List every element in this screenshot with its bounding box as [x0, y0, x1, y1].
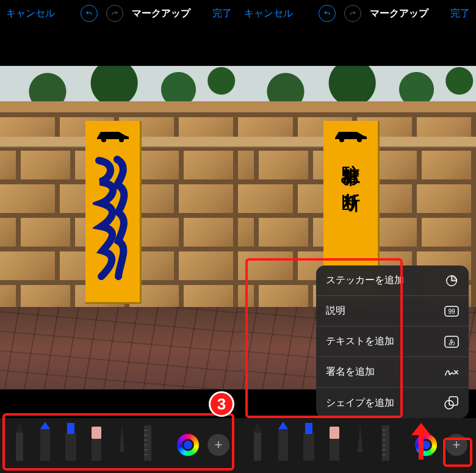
add-button[interactable]: +: [207, 434, 229, 456]
signature-icon: [444, 365, 459, 380]
highlighter-tool[interactable]: [60, 422, 82, 468]
svg-rect-24: [303, 433, 314, 461]
marker-tool[interactable]: [272, 422, 294, 468]
highlighter-tool[interactable]: [298, 422, 320, 468]
top-bar: キャンセル マークアップ 完了: [238, 0, 476, 27]
markup-toolbar: +: [0, 418, 238, 473]
menu-add-signature[interactable]: 署名を追加: [316, 357, 469, 388]
svg-rect-27: [330, 427, 339, 439]
pen-tool[interactable]: [247, 422, 269, 468]
car-icon: [95, 128, 131, 143]
svg-rect-2: [40, 429, 50, 461]
svg-rect-3: [65, 433, 76, 461]
svg-rect-28: [382, 425, 389, 461]
menu-description[interactable]: 説明 99: [316, 296, 469, 327]
annotation-step-badge: 3: [209, 391, 234, 417]
svg-rect-26: [330, 438, 339, 461]
menu-add-shape[interactable]: シェイプを追加: [316, 388, 469, 418]
sticker-icon: [444, 273, 459, 288]
top-bar: キャンセル マークアップ 完了: [0, 0, 238, 27]
eraser-tool[interactable]: [323, 422, 345, 468]
add-menu: ステッカーを追加 説明 99 テキストを追加 あ 署名を追加 シェイプを追加: [316, 265, 469, 418]
redo-icon: [106, 5, 123, 22]
menu-add-text[interactable]: テキストを追加 あ: [316, 327, 469, 357]
svg-rect-4: [67, 423, 74, 434]
done-button[interactable]: 完了: [450, 7, 470, 20]
svg-point-14: [339, 137, 344, 142]
left-screenshot: キャンセル マークアップ 完了: [0, 0, 238, 473]
svg-rect-7: [144, 425, 151, 461]
menu-item-label: 説明: [326, 305, 345, 317]
lasso-tool[interactable]: [111, 422, 133, 468]
svg-point-0: [101, 137, 106, 142]
pen-tool[interactable]: [9, 422, 31, 468]
marker-tool[interactable]: [34, 422, 56, 468]
right-screenshot: キャンセル マークアップ 完了: [238, 0, 476, 473]
cancel-button[interactable]: キャンセル: [244, 7, 293, 20]
lasso-tool[interactable]: [349, 422, 371, 468]
redo-icon: [344, 5, 361, 22]
cancel-button[interactable]: キャンセル: [6, 7, 55, 20]
markup-scribble: [93, 154, 134, 289]
text-icon: あ: [444, 334, 459, 349]
svg-text:あ: あ: [449, 338, 455, 345]
yellow-sign: [85, 121, 142, 304]
svg-text:99: 99: [448, 308, 455, 315]
svg-rect-23: [278, 429, 288, 461]
undo-icon[interactable]: [81, 5, 98, 22]
photo-canvas[interactable]: [0, 66, 238, 389]
page-title: マークアップ: [132, 7, 190, 20]
svg-rect-5: [92, 438, 101, 461]
ruler-tool[interactable]: [137, 422, 159, 468]
markup-toolbar: +: [238, 418, 476, 473]
menu-add-sticker[interactable]: ステッカーを追加: [316, 265, 469, 296]
svg-rect-25: [305, 423, 312, 434]
page-title: マークアップ: [370, 7, 428, 20]
done-button[interactable]: 完了: [212, 7, 232, 20]
add-button[interactable]: +: [445, 434, 467, 456]
menu-item-label: テキストを追加: [326, 335, 394, 348]
svg-rect-6: [92, 427, 101, 439]
menu-item-label: 署名を追加: [326, 366, 375, 378]
undo-icon[interactable]: [319, 5, 336, 22]
svg-point-1: [119, 137, 124, 142]
menu-item-label: シェイプを追加: [326, 397, 394, 410]
eraser-tool[interactable]: [85, 422, 107, 468]
menu-item-label: ステッカーを追加: [326, 274, 404, 287]
sign-text: 駐車お断り: [338, 150, 363, 204]
svg-point-15: [357, 137, 362, 142]
car-icon: [333, 128, 369, 143]
caption-icon: 99: [444, 304, 459, 319]
shape-icon: [444, 395, 459, 410]
color-picker[interactable]: [415, 434, 437, 456]
ruler-tool[interactable]: [375, 422, 397, 468]
color-picker[interactable]: [177, 434, 199, 456]
